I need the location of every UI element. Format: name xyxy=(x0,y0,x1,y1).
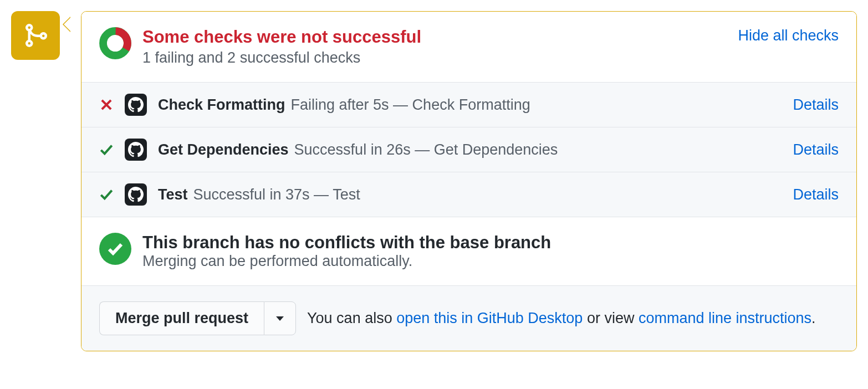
merge-button-group: Merge pull request xyxy=(99,301,296,335)
github-avatar-icon xyxy=(125,139,147,161)
git-merge-icon xyxy=(22,22,49,49)
check-desc: Successful in 26s — Get Dependencies xyxy=(294,141,558,158)
success-circle-icon xyxy=(99,233,131,265)
status-subtitle: 1 failing and 2 successful checks xyxy=(142,49,727,66)
check-name: Check Formatting xyxy=(158,96,285,114)
check-name: Test xyxy=(158,186,188,203)
check-icon xyxy=(99,142,114,157)
check-text: Test Successful in 37s — Test xyxy=(158,186,782,203)
check-details-link[interactable]: Details xyxy=(793,186,839,203)
check-details-link[interactable]: Details xyxy=(793,96,839,114)
check-icon xyxy=(99,187,114,202)
hide-all-checks-link[interactable]: Hide all checks xyxy=(738,27,839,44)
merge-hint-prefix: You can also xyxy=(307,310,396,326)
merge-section: Merge pull request You can also open thi… xyxy=(81,286,856,351)
merge-hint: You can also open this in GitHub Desktop… xyxy=(307,310,816,327)
open-desktop-link[interactable]: open this in GitHub Desktop xyxy=(396,310,583,326)
merge-hint-suffix: . xyxy=(811,310,816,326)
checks-status-header: Some checks were not successful 1 failin… xyxy=(81,12,856,83)
github-avatar-icon xyxy=(125,94,147,116)
merge-status-container: Some checks were not successful 1 failin… xyxy=(11,11,857,351)
caret-down-icon xyxy=(275,316,284,321)
check-text: Get Dependencies Successful in 26s — Get… xyxy=(158,141,782,158)
speech-caret xyxy=(63,17,70,32)
conflict-text: This branch has no conflicts with the ba… xyxy=(142,233,551,270)
check-details-link[interactable]: Details xyxy=(793,141,839,158)
conflict-section: This branch has no conflicts with the ba… xyxy=(81,217,856,286)
x-icon xyxy=(99,98,114,112)
check-text: Check Formatting Failing after 5s — Chec… xyxy=(158,96,782,114)
merge-box: Some checks were not successful 1 failin… xyxy=(81,11,857,351)
check-item: Check Formatting Failing after 5s — Chec… xyxy=(81,83,856,127)
merge-pull-request-button[interactable]: Merge pull request xyxy=(99,301,264,335)
status-title: Some checks were not successful xyxy=(142,27,727,47)
conflict-subtitle: Merging can be performed automatically. xyxy=(142,253,551,270)
svg-point-1 xyxy=(103,31,127,55)
status-text: Some checks were not successful 1 failin… xyxy=(142,27,727,66)
merge-hint-mid: or view xyxy=(583,310,639,326)
command-line-link[interactable]: command line instructions xyxy=(639,310,811,326)
check-desc: Successful in 37s — Test xyxy=(193,186,360,203)
conflict-title: This branch has no conflicts with the ba… xyxy=(142,233,551,253)
merge-dropdown-button[interactable] xyxy=(264,301,296,335)
status-donut-icon xyxy=(99,27,131,59)
check-item: Test Successful in 37s — Test Details xyxy=(81,172,856,217)
check-desc: Failing after 5s — Check Formatting xyxy=(291,96,530,114)
check-item: Get Dependencies Successful in 26s — Get… xyxy=(81,127,856,172)
merge-timeline-badge xyxy=(11,11,60,60)
github-avatar-icon xyxy=(125,183,147,206)
check-name: Get Dependencies xyxy=(158,141,289,158)
